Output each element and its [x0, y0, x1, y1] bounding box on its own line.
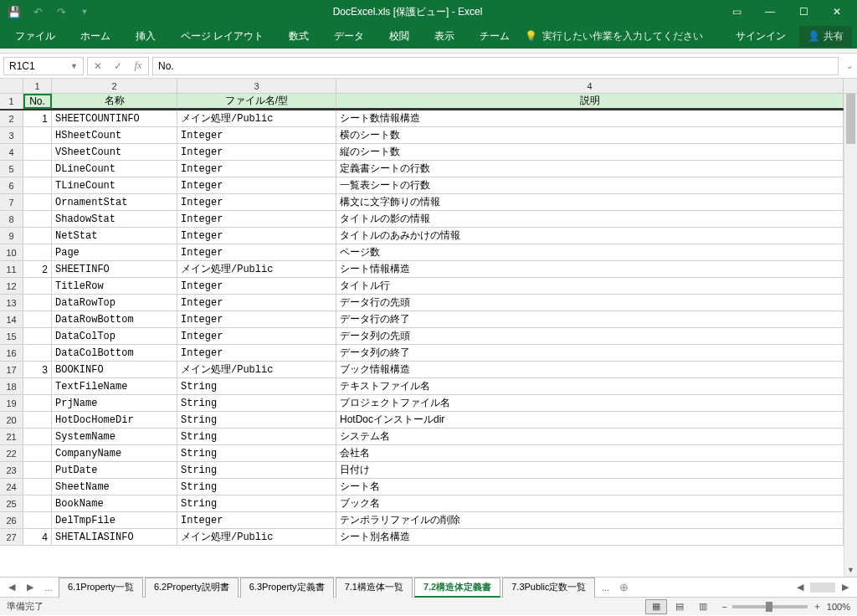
cell[interactable]: シート数情報構造	[336, 110, 844, 126]
cell[interactable]: Integer	[177, 194, 336, 210]
row-header[interactable]: 18	[0, 378, 23, 394]
cell[interactable]: Integer	[177, 144, 336, 160]
sheet-tab[interactable]: 6.2Property説明書	[145, 578, 239, 598]
row-header[interactable]: 24	[0, 479, 23, 495]
sheet-tab[interactable]: 7.3Public定数一覧	[502, 578, 595, 598]
cell[interactable]	[23, 295, 52, 311]
row-header[interactable]: 23	[0, 462, 23, 478]
cell[interactable]: 構文に文字飾りの情報	[336, 194, 844, 210]
cell[interactable]: String	[177, 495, 336, 511]
cell[interactable]: Integer	[177, 161, 336, 177]
cell[interactable]	[23, 228, 52, 244]
row-header[interactable]: 20	[0, 412, 23, 428]
cell[interactable]: Integer	[177, 512, 336, 528]
cell[interactable]: ファイル名/型	[177, 94, 336, 109]
cell[interactable]: データ行の終了	[336, 311, 844, 327]
cell[interactable]	[23, 328, 52, 344]
tab-nav-prev-icon[interactable]: ◀	[3, 582, 20, 593]
cell[interactable]: TitleRow	[52, 278, 177, 294]
cell[interactable]	[23, 278, 52, 294]
select-all-corner[interactable]	[0, 79, 23, 93]
page-break-view-icon[interactable]: ▥	[692, 599, 714, 614]
cell[interactable]	[23, 495, 52, 511]
cell[interactable]: DataColBottom	[52, 345, 177, 361]
save-icon[interactable]: 💾	[3, 2, 25, 22]
enter-icon[interactable]: ✓	[108, 58, 128, 74]
cell[interactable]: NetStat	[52, 228, 177, 244]
cell[interactable]: 2	[23, 261, 52, 277]
cell[interactable]	[23, 412, 52, 428]
expand-formula-icon[interactable]: ⌄	[842, 61, 857, 70]
minimize-icon[interactable]: —	[753, 0, 787, 23]
cell[interactable]: HotDocHomeDir	[52, 412, 177, 428]
tab-overflow-left[interactable]: ...	[40, 583, 57, 593]
cell[interactable]: DLineCount	[52, 161, 177, 177]
cell[interactable]: 一覧表シートの行数	[336, 177, 844, 193]
cell[interactable]: プロジェクトファイル名	[336, 395, 844, 411]
row-header[interactable]: 13	[0, 295, 23, 311]
row-header[interactable]: 26	[0, 512, 23, 528]
cell[interactable]: SHETALIASINFO	[52, 529, 177, 545]
sheet-tab[interactable]: 7.1構造体一覧	[336, 578, 413, 598]
ribbon-options-icon[interactable]: ▭	[720, 0, 753, 23]
row-header[interactable]: 5	[0, 161, 23, 177]
cell[interactable]: PrjName	[52, 395, 177, 411]
cell[interactable]: Integer	[177, 345, 336, 361]
cell[interactable]: DataRowBottom	[52, 311, 177, 327]
cell[interactable]: データ列の終了	[336, 345, 844, 361]
cell[interactable]: タイトルの影の情報	[336, 211, 844, 227]
horizontal-scrollbar[interactable]	[810, 583, 835, 593]
tab-home[interactable]: ホーム	[70, 24, 121, 49]
tab-formulas[interactable]: 数式	[279, 24, 319, 49]
cell[interactable]: String	[177, 445, 336, 461]
cell[interactable]: String	[177, 412, 336, 428]
zoom-in-button[interactable]: ＋	[813, 600, 822, 613]
cell[interactable]	[23, 161, 52, 177]
cell[interactable]	[23, 479, 52, 495]
cell[interactable]: OrnamentStat	[52, 194, 177, 210]
cell[interactable]: ブック情報構造	[336, 362, 844, 377]
cell[interactable]: 説明	[336, 94, 844, 109]
tab-nav-next-icon[interactable]: ▶	[22, 582, 38, 593]
redo-icon[interactable]: ↷	[50, 2, 72, 22]
hscroll-left-icon[interactable]: ◀	[792, 582, 808, 593]
row-header[interactable]: 16	[0, 345, 23, 361]
cell[interactable]: 定義書シートの行数	[336, 161, 844, 177]
cell[interactable]	[23, 512, 52, 528]
cell[interactable]: データ行の先頭	[336, 295, 844, 311]
undo-icon[interactable]: ↶	[27, 2, 49, 22]
row-header[interactable]: 1	[0, 94, 23, 109]
row-header[interactable]: 14	[0, 311, 23, 327]
cell[interactable]	[23, 127, 52, 143]
cell[interactable]: DataColTop	[52, 328, 177, 344]
cell[interactable]: Page	[52, 244, 177, 260]
cell[interactable]: 横のシート数	[336, 127, 844, 143]
row-header[interactable]: 7	[0, 194, 23, 210]
sheet-tab[interactable]: 6.3Property定義書	[240, 578, 334, 598]
row-header[interactable]: 6	[0, 177, 23, 193]
cell[interactable]: String	[177, 429, 336, 444]
cell[interactable]: シート情報構造	[336, 261, 844, 277]
col-header[interactable]: 2	[52, 79, 177, 93]
cell[interactable]	[23, 395, 52, 411]
cell[interactable]	[23, 462, 52, 478]
cell[interactable]: BOOKINFO	[52, 362, 177, 377]
sheet-tab[interactable]: 6.1Property一覧	[59, 578, 143, 598]
cell[interactable]: 1	[23, 110, 52, 126]
tab-file[interactable]: ファイル	[5, 24, 65, 49]
cell[interactable]: VSheetCount	[52, 144, 177, 160]
cell[interactable]: 日付け	[336, 462, 844, 478]
cell[interactable]: SHEETINFO	[52, 261, 177, 277]
cell[interactable]: メイン処理/Public	[177, 110, 336, 126]
cell[interactable]: タイトルのあみかけの情報	[336, 228, 844, 244]
cell[interactable]: String	[177, 395, 336, 411]
cell[interactable]: CompanyName	[52, 445, 177, 461]
row-header[interactable]: 8	[0, 211, 23, 227]
normal-view-icon[interactable]: ▦	[645, 599, 667, 614]
cell[interactable]	[23, 177, 52, 193]
cell[interactable]: タイトル行	[336, 278, 844, 294]
sheet-tab[interactable]: 7.2構造体定義書	[414, 578, 500, 598]
cell[interactable]: Integer	[177, 295, 336, 311]
tab-team[interactable]: チーム	[470, 24, 520, 49]
cell[interactable]: データ列の先頭	[336, 328, 844, 344]
